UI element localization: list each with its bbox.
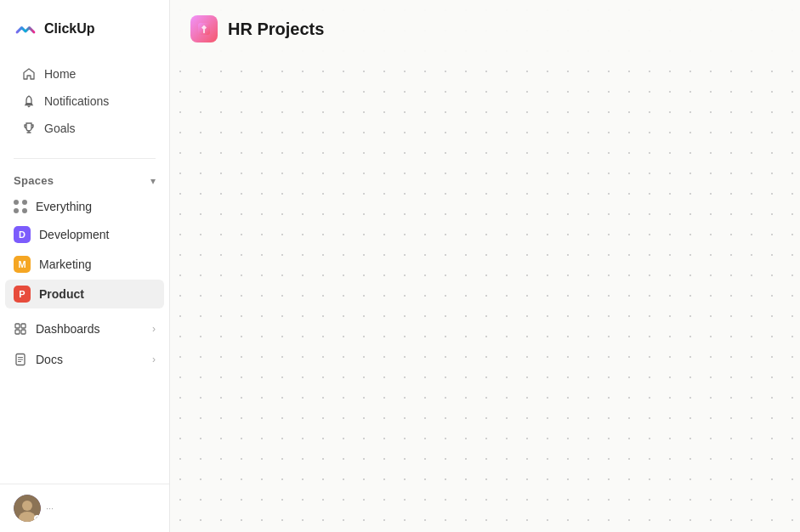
- main-content: HR Projects: [170, 0, 800, 532]
- sidebar-item-notifications-label: Notifications: [44, 94, 109, 108]
- bell-icon: [22, 94, 36, 108]
- avatar: [14, 495, 41, 522]
- sidebar-bottom: ···: [0, 484, 169, 532]
- sidebar-item-docs[interactable]: Docs ›: [5, 346, 164, 373]
- nav-divider: [14, 158, 156, 159]
- chevron-down-icon: ▾: [150, 175, 156, 187]
- sidebar-item-everything[interactable]: Everything: [5, 194, 164, 219]
- product-badge: P: [14, 286, 31, 303]
- nav-items: Home Notifications: [14, 61, 156, 141]
- sidebar: ClickUp Home No: [0, 0, 170, 532]
- user-status-dot: [34, 515, 41, 522]
- sidebar-item-home-label: Home: [44, 67, 76, 81]
- spaces-label: Spaces: [14, 174, 54, 187]
- svg-rect-0: [15, 324, 20, 328]
- spaces-header[interactable]: Spaces ▾: [5, 169, 164, 192]
- main-header: HR Projects: [170, 0, 800, 58]
- svg-rect-2: [15, 330, 20, 334]
- sidebar-item-development[interactable]: D Development: [5, 220, 164, 249]
- sidebar-item-marketing-label: Marketing: [39, 258, 91, 271]
- svg-rect-1: [21, 324, 26, 328]
- home-icon: [22, 67, 36, 81]
- user-area[interactable]: ···: [14, 495, 156, 522]
- svg-point-6: [22, 501, 32, 511]
- sidebar-item-dashboards[interactable]: Dashboards ›: [5, 315, 164, 342]
- marketing-badge: M: [14, 256, 31, 273]
- sidebar-item-development-label: Development: [39, 228, 110, 241]
- sidebar-item-goals[interactable]: Goals: [14, 116, 156, 141]
- sidebar-item-home[interactable]: Home: [14, 61, 156, 87]
- docs-left: Docs: [14, 353, 63, 366]
- clickup-logo-icon: [14, 17, 37, 41]
- docs-chevron-icon: ›: [152, 354, 156, 365]
- sidebar-item-product[interactable]: P Product: [5, 280, 164, 308]
- user-status-icon: ···: [46, 503, 54, 513]
- sidebar-item-goals-label: Goals: [44, 122, 76, 135]
- trophy-icon: [22, 122, 36, 135]
- sidebar-item-everything-label: Everything: [36, 200, 92, 213]
- page-title: HR Projects: [228, 20, 324, 39]
- dashboards-icon: [14, 322, 27, 336]
- development-badge: D: [14, 226, 31, 243]
- dashboards-left: Dashboards: [14, 322, 100, 336]
- sidebar-item-product-label: Product: [39, 287, 84, 301]
- logo[interactable]: ClickUp: [14, 14, 156, 44]
- sidebar-item-marketing[interactable]: M Marketing: [5, 250, 164, 279]
- everything-icon: [14, 200, 27, 213]
- docs-icon: [14, 353, 27, 366]
- dashboards-chevron-icon: ›: [152, 323, 156, 335]
- sidebar-item-notifications[interactable]: Notifications: [14, 88, 156, 114]
- space-items: Everything D Development M Marketing P P…: [5, 194, 164, 308]
- svg-rect-3: [21, 330, 26, 334]
- dashboards-label: Dashboards: [36, 322, 100, 336]
- docs-label: Docs: [36, 353, 63, 366]
- logo-text: ClickUp: [44, 21, 95, 37]
- page-icon: [190, 15, 218, 42]
